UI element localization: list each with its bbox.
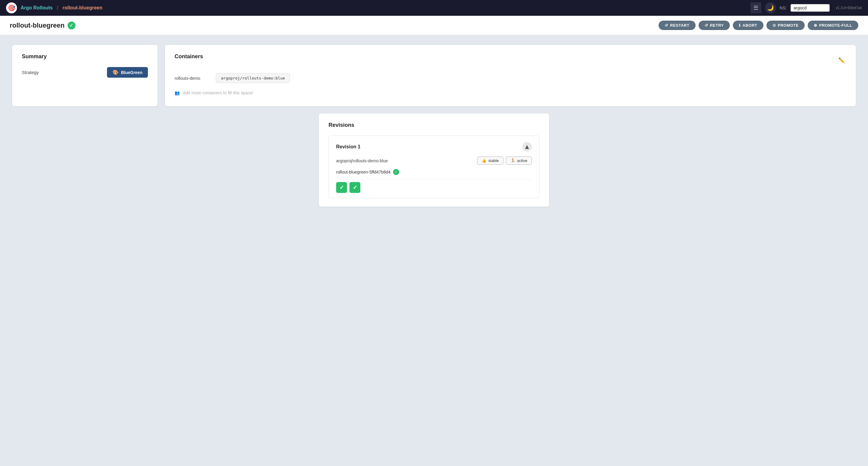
abort-button[interactable]: ℹ ABORT xyxy=(733,21,763,30)
stable-icon: 👍 xyxy=(482,158,487,163)
containers-card: Containers ✏️ rollouts-demo argoproj/rol… xyxy=(165,45,856,106)
promote-icon: ⊙ xyxy=(773,23,776,28)
ns-label: NS: xyxy=(779,5,786,10)
revisions-title: Revisions xyxy=(329,122,539,128)
header-separator: / xyxy=(57,5,58,10)
restart-icon: ↺ xyxy=(664,23,668,28)
active-icon: 🏃 xyxy=(510,158,515,163)
revisions-card: Revisions Revision 1 ▲ argoproj/rollouts… xyxy=(319,114,549,207)
abort-icon: ℹ xyxy=(739,23,741,28)
revision-collapse-button[interactable]: ▲ xyxy=(522,142,532,152)
pod-check-1: ✓ xyxy=(336,182,347,193)
rollout-name-title: rollout-bluegreen xyxy=(10,22,65,29)
revision-image-row: argoproj/rollouts-demo:blue 👍 stable 🏃 a… xyxy=(336,156,532,165)
promote-full-button[interactable]: ⊕ PROMOTE-FULL xyxy=(808,21,858,30)
subheader: rollout-bluegreen ✓ ↺ RESTART ↺ RETRY ℹ … xyxy=(0,16,868,35)
summary-title: Summary xyxy=(22,53,148,60)
promote-full-icon: ⊕ xyxy=(814,23,817,28)
retry-icon: ↺ xyxy=(705,23,708,28)
container-image: argoproj/rollouts-demo:blue xyxy=(216,73,290,83)
restart-button[interactable]: ↺ RESTART xyxy=(658,21,695,30)
summary-card: Summary Strategy 🎨 BlueGreen xyxy=(12,45,158,106)
app-logo: 🎯 xyxy=(6,2,17,13)
retry-button[interactable]: ↺ RETRY xyxy=(699,21,730,30)
revision-item: Revision 1 ▲ argoproj/rollouts-demo:blue… xyxy=(329,136,539,198)
containers-header: Containers ✏️ xyxy=(175,53,846,67)
namespace-input[interactable] xyxy=(790,4,830,12)
stable-label: stable xyxy=(488,158,499,163)
active-badge: 🏃 active xyxy=(506,156,532,165)
revision-replicaset-row: rollout-bluegreen-5ffd47b8d4 ✓ xyxy=(336,169,532,175)
container-name: rollouts-demo xyxy=(175,76,211,81)
stable-badge: 👍 stable xyxy=(477,156,503,165)
dark-mode-button[interactable]: 🌙 xyxy=(765,2,776,13)
app-header: 🎯 Argo Rollouts / rollout-bluegreen ☰ 🌙 … xyxy=(0,0,868,16)
active-label: active xyxy=(517,158,527,163)
promote-button[interactable]: ⊙ PROMOTE xyxy=(767,21,805,30)
main-content: Summary Strategy 🎨 BlueGreen Containers … xyxy=(0,35,868,216)
app-name-link[interactable]: Argo Rollouts xyxy=(21,5,53,10)
strategy-badge: 🎨 BlueGreen xyxy=(107,67,148,78)
container-row: rollouts-demo argoproj/rollouts-demo:blu… xyxy=(175,73,846,83)
retry-label: RETRY xyxy=(710,23,724,28)
edit-containers-button[interactable]: ✏️ xyxy=(837,56,846,65)
pod-check-2: ✓ xyxy=(349,182,360,193)
abort-label: ABORT xyxy=(743,23,757,28)
replicaset-name: rollout-bluegreen-5ffd47b8d4 xyxy=(336,170,391,174)
replicaset-status-icon: ✓ xyxy=(393,169,399,175)
revision-badges: 👍 stable 🏃 active xyxy=(477,156,532,165)
top-cards-row: Summary Strategy 🎨 BlueGreen Containers … xyxy=(12,45,856,106)
add-containers-placeholder: 👥 Add more containers to fill this space… xyxy=(175,88,846,98)
revision-title: Revision 1 xyxy=(336,144,360,150)
containers-title: Containers xyxy=(175,53,203,60)
revision-header: Revision 1 ▲ xyxy=(336,142,532,152)
summary-strategy-row: Strategy 🎨 BlueGreen xyxy=(22,67,148,78)
revision-image: argoproj/rollouts-demo:blue xyxy=(336,158,388,163)
restart-label: RESTART xyxy=(670,23,689,28)
strategy-value: BlueGreen xyxy=(121,70,143,75)
containers-placeholder-text: Add more containers to fill this space! xyxy=(183,90,253,95)
header-rollout-name: rollout-bluegreen xyxy=(62,5,102,10)
version-label: v1.3.0+93ed7a4 xyxy=(836,6,862,10)
action-buttons: ↺ RESTART ↺ RETRY ℹ ABORT ⊙ PROMOTE ⊕ PR… xyxy=(658,21,858,30)
strategy-label: Strategy xyxy=(22,70,39,75)
menu-icon-button[interactable]: ☰ xyxy=(750,2,761,13)
containers-placeholder-icon: 👥 xyxy=(175,90,180,95)
promote-label: PROMOTE xyxy=(778,23,799,28)
page-title: rollout-bluegreen ✓ xyxy=(10,22,75,29)
palette-icon: 🎨 xyxy=(113,69,119,75)
promote-full-label: PROMOTE-FULL xyxy=(819,23,852,28)
status-check-icon: ✓ xyxy=(68,22,75,29)
pod-checks: ✓ ✓ xyxy=(336,179,532,193)
